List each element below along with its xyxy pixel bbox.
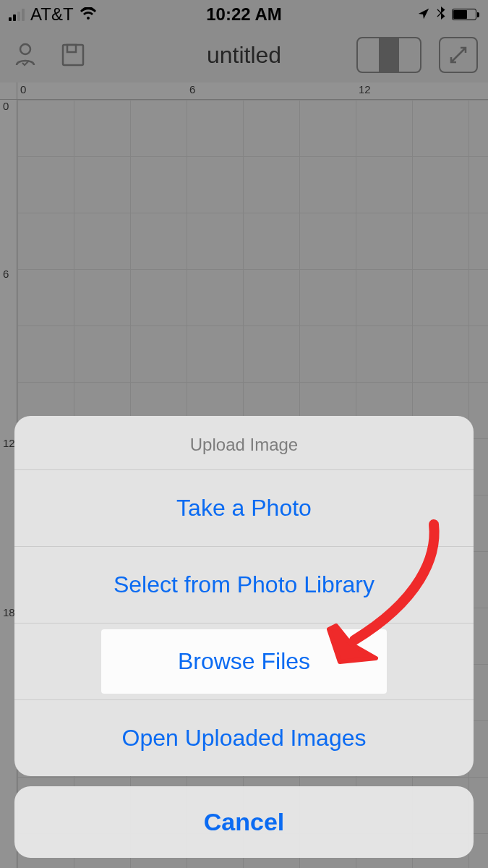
action-sheet: Upload Image Take a Photo Select from Ph… xyxy=(14,416,474,858)
sheet-title: Upload Image xyxy=(14,416,474,469)
browse-files-button[interactable]: Browse Files xyxy=(101,629,387,694)
select-library-button[interactable]: Select from Photo Library xyxy=(14,547,474,623)
take-photo-button[interactable]: Take a Photo xyxy=(14,470,474,546)
open-uploaded-button[interactable]: Open Uploaded Images xyxy=(14,700,474,776)
cancel-button[interactable]: Cancel xyxy=(14,786,474,858)
